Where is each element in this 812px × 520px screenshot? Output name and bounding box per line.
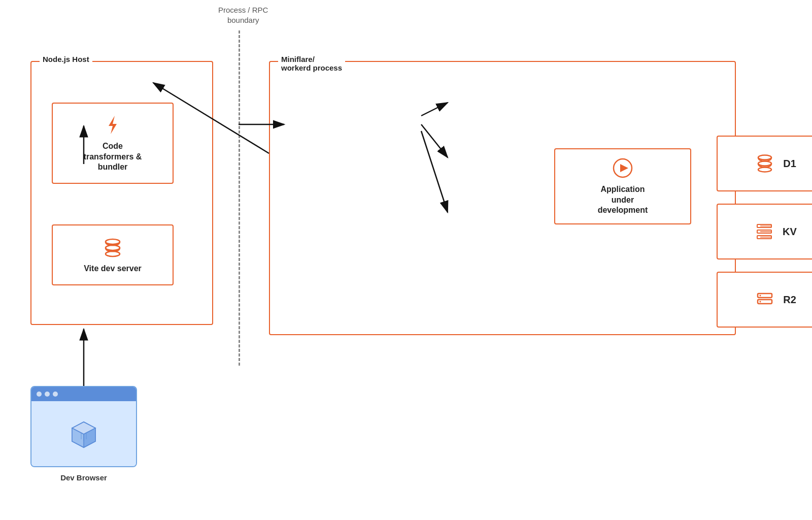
services-grid: D1 DO — [717, 136, 812, 328]
r2-label: R2 — [783, 294, 796, 306]
cube-icon — [66, 417, 101, 452]
miniflare-host-label: Miniflare/workerd process — [278, 55, 345, 72]
browser-titlebar — [31, 387, 136, 401]
nodejs-host-box: Node.js Host Codetransformers &bundler V… — [30, 61, 213, 325]
browser-window — [30, 386, 137, 467]
browser-dot-1 — [37, 392, 42, 397]
vite-dev-server-box: Vite dev server — [52, 224, 174, 285]
vite-box-label: Vite dev server — [84, 264, 142, 273]
dev-browser-label: Dev Browser — [60, 473, 107, 482]
service-kv-box: KV — [717, 204, 812, 259]
svg-point-30 — [760, 295, 761, 297]
app-box-label: Applicationunderdevelopment — [598, 184, 648, 216]
app-under-dev-box: Applicationunderdevelopment — [554, 148, 691, 224]
svg-point-3 — [106, 251, 120, 256]
d1-icon — [754, 152, 776, 175]
dev-browser-section: Dev Browser — [30, 386, 137, 482]
svg-point-7 — [758, 161, 771, 166]
svg-marker-5 — [620, 164, 628, 172]
kv-label: KV — [783, 226, 797, 238]
rpc-boundary-label: Process / RPC boundary — [218, 5, 268, 25]
svg-point-8 — [758, 168, 771, 172]
code-transformers-box: Codetransformers &bundler — [52, 103, 174, 184]
service-r2-box: R2 — [717, 272, 812, 328]
browser-dot-2 — [45, 392, 50, 397]
browser-content — [31, 401, 136, 467]
service-d1-box: D1 — [717, 136, 812, 191]
nodejs-host-label: Node.js Host — [40, 55, 92, 63]
code-box-label: Codetransformers &bundler — [84, 141, 142, 173]
miniflare-host-box: Miniflare/workerd process Applicationund… — [269, 61, 736, 335]
diagram-container: Process / RPC boundary Node.js Host Code… — [0, 0, 812, 520]
svg-point-1 — [106, 239, 120, 244]
d1-label: D1 — [783, 158, 796, 170]
svg-point-6 — [758, 155, 771, 160]
browser-dot-3 — [53, 392, 58, 397]
kv-icon — [753, 220, 775, 243]
database-stack-icon — [101, 237, 124, 259]
rpc-dashed-line — [239, 30, 240, 366]
svg-point-31 — [760, 301, 761, 303]
lightning-icon — [101, 114, 124, 136]
svg-marker-0 — [109, 116, 117, 134]
play-icon — [612, 157, 634, 179]
svg-point-2 — [106, 245, 120, 250]
r2-icon — [754, 288, 776, 311]
